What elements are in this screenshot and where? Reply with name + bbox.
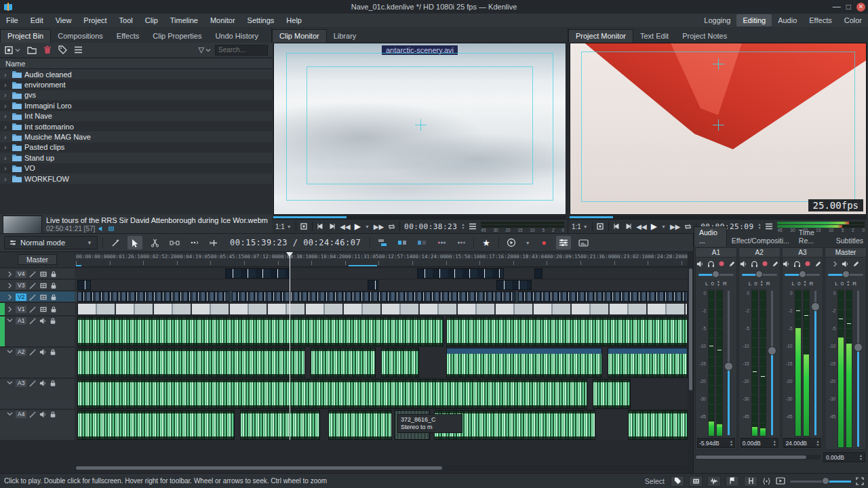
timeline-clip[interactable] [225, 268, 290, 279]
timeline-clip[interactable] [77, 303, 688, 315]
favorite-effects-button[interactable]: ★ [479, 236, 494, 249]
favorite-effects-dots-icon[interactable] [434, 236, 449, 249]
bin-folder-row[interactable]: › Musiche MAG Nave [0, 131, 272, 142]
audio-thumbnails-icon[interactable] [707, 476, 721, 487]
timeline-clip[interactable] [446, 317, 688, 346]
subtitle-button[interactable] [576, 236, 591, 249]
track-label[interactable]: V2 [16, 293, 26, 301]
bin-folder-row[interactable]: › VO [0, 163, 272, 174]
left-dock-tab[interactable]: Undo History [208, 30, 265, 43]
track-lane-A4[interactable] [75, 410, 693, 440]
project-monitor-video[interactable]: 25.00fps [570, 43, 867, 215]
menu-help[interactable]: Help [280, 14, 308, 26]
expand-icon[interactable]: › [4, 123, 9, 131]
track-label[interactable]: V1 [16, 306, 26, 313]
track-lane-V4[interactable] [75, 268, 693, 279]
channel-name[interactable]: A2 [739, 248, 780, 258]
left-dock-tab[interactable]: Project Bin [0, 29, 51, 43]
play-dropdown-icon[interactable]: ▼ [365, 224, 370, 229]
minimize-icon[interactable]: — [833, 2, 841, 12]
slip-tool-button[interactable] [186, 236, 201, 249]
timeline-clip[interactable] [77, 291, 229, 302]
play-icon[interactable]: ▶ [355, 222, 361, 231]
expand-icon[interactable]: › [4, 102, 9, 110]
bin-folder-row[interactable]: › environment [0, 79, 272, 89]
create-folder-button[interactable] [27, 46, 37, 54]
preview-monitor-icon[interactable] [776, 477, 785, 485]
expand-icon[interactable]: › [4, 154, 9, 162]
bin-folder-row[interactable]: › gvs [0, 90, 272, 100]
selection-tool-button[interactable] [127, 236, 142, 249]
close-icon[interactable]: ✕ [856, 3, 865, 12]
timeline-clip[interactable] [593, 379, 631, 409]
track-header-A3[interactable]: A3 [0, 379, 75, 409]
timeline-zoom-slider[interactable] [790, 477, 851, 485]
timeline-clip[interactable] [518, 291, 688, 302]
left-dock-tab[interactable]: Clip Properties [146, 30, 208, 43]
timeline-vertical-scrollbar[interactable] [688, 252, 693, 473]
marker-flag-icon[interactable] [726, 476, 739, 487]
left-dock-tab[interactable]: Effects [110, 30, 146, 43]
delete-button[interactable] [43, 45, 52, 54]
menu-clip[interactable]: Clip [139, 14, 164, 26]
menu-file[interactable]: File [0, 14, 24, 26]
timeline-clip[interactable] [328, 410, 392, 440]
bin-column-header[interactable]: Name [0, 58, 272, 69]
timeline-clip[interactable] [311, 348, 376, 378]
spacer-tool-button[interactable] [167, 236, 182, 249]
left-dock-tab[interactable]: Compositions [51, 30, 110, 43]
project-monitor-tab[interactable]: Project Notes [675, 30, 734, 43]
track-header-A1[interactable]: A1 [0, 317, 75, 346]
expand-icon[interactable]: › [4, 112, 9, 120]
channel-name[interactable]: A1 [696, 248, 736, 258]
track-header-A4[interactable]: A4 [0, 410, 75, 440]
go-zone-start-icon[interactable] [317, 223, 324, 230]
timeline-clip[interactable] [77, 348, 305, 378]
video-usage-icon[interactable] [689, 476, 703, 487]
timeline-clip[interactable] [417, 268, 504, 279]
workspace-color[interactable]: Color [838, 14, 868, 26]
workspace-editing[interactable]: Editing [736, 14, 772, 26]
timeline-clip[interactable] [368, 280, 378, 290]
track-label[interactable]: A3 [16, 380, 26, 387]
rewind-icon[interactable]: ◀◀ [340, 223, 350, 230]
rewind-icon[interactable]: ◀◀ [636, 223, 646, 230]
mixer-toggle-button[interactable] [556, 236, 571, 249]
track-lane-V2[interactable] [75, 291, 693, 302]
volume-slider[interactable] [854, 289, 863, 448]
workspace-logging[interactable]: Logging [698, 14, 736, 26]
timeline-clip[interactable] [381, 348, 419, 378]
bin-folder-row[interactable]: › WORKFLOW [0, 174, 272, 184]
preview-render-dropdown[interactable]: ▼ [524, 236, 532, 249]
expand-icon[interactable]: › [4, 143, 9, 151]
pan-slider[interactable] [785, 270, 820, 279]
menu-view[interactable]: View [50, 14, 78, 26]
bin-menu-icon[interactable] [74, 46, 83, 54]
go-zone-end-icon[interactable] [328, 223, 336, 230]
insert-zone-button[interactable] [395, 236, 410, 249]
master-gain-spinbox[interactable]: 0.00dB▲▼ [823, 452, 865, 462]
track-header-V4[interactable]: V4 [0, 268, 75, 279]
clip-monitor-video[interactable]: antarctic-scenery.avi [273, 43, 566, 215]
project-monitor-tab[interactable]: Text Edit [633, 30, 675, 43]
expand-icon[interactable]: › [4, 164, 9, 172]
timeline-clip[interactable] [77, 379, 587, 409]
menu-monitor[interactable]: Monitor [204, 14, 241, 26]
timeline-clip[interactable] [608, 348, 688, 378]
zoom-fit-icon[interactable] [856, 477, 864, 485]
expand-icon[interactable]: › [4, 91, 9, 99]
dots-icon[interactable] [454, 236, 469, 249]
bin-folder-row[interactable]: › Audio cleaned [0, 69, 272, 79]
menu-tool[interactable]: Tool [113, 14, 139, 26]
gain-spinbox[interactable]: -5.94dB▲▼ [697, 438, 735, 448]
track-label[interactable]: V3 [16, 282, 26, 289]
menu-settings[interactable]: Settings [241, 14, 281, 26]
timeline-ruler[interactable]: 00:00:00:0000:01:26:1000:02:52:2000:04:1… [75, 252, 693, 267]
preview-render-button[interactable] [504, 236, 519, 249]
timeline-clip[interactable] [77, 317, 443, 346]
go-zone-end-icon[interactable] [625, 223, 632, 230]
track-lane-V3[interactable] [75, 280, 693, 290]
mixed-selection-icon[interactable] [375, 236, 390, 249]
timeline-clip[interactable] [232, 291, 515, 302]
bin-folder-row[interactable]: › Pasted clips [0, 142, 272, 152]
